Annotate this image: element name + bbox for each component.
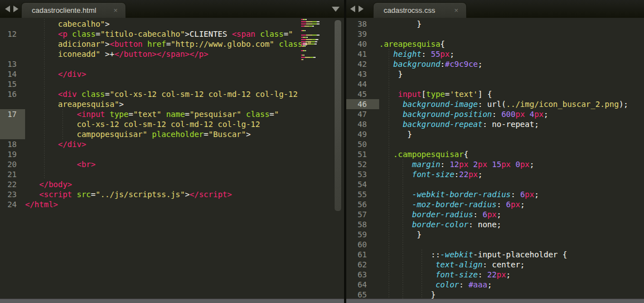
code-line[interactable]: 59} — [346, 229, 644, 240]
code-line[interactable]: 24</html> — [0, 199, 344, 209]
code-line[interactable]: 16<div class="col-xs-12 col-sm-12 col-md… — [0, 89, 344, 99]
line-number: 45 — [346, 89, 379, 99]
tab-scroll-right-icon[interactable] — [359, 6, 364, 12]
code-text: } — [379, 229, 422, 240]
tab-title: cadastrocliente.html — [32, 6, 96, 14]
code-line[interactable]: 19 — [0, 149, 344, 159]
code-line[interactable]: 52margin: 12px 2px 15px 0px; — [346, 159, 644, 169]
line-number: 44 — [346, 79, 379, 89]
code-text: </body> — [25, 179, 72, 189]
code-line[interactable]: 53font-size:22px; — [346, 169, 644, 179]
line-number — [0, 19, 25, 29]
code-line[interactable]: 56-moz-border-radius: 6px; — [346, 199, 644, 209]
tab-overflow-icon[interactable] — [332, 7, 340, 12]
code-line[interactable]: 38} — [346, 19, 644, 29]
code-line[interactable]: 57border-radius: 6px; — [346, 209, 644, 219]
code-line[interactable]: campopesquisar" placeholder="Buscar"> — [0, 129, 344, 139]
line-number: 13 — [0, 59, 25, 69]
code-line[interactable]: 47background-position: 600px 4px; — [346, 109, 644, 119]
tab-scroll-right-icon[interactable] — [13, 6, 18, 12]
code-editor-html[interactable]: cabecalho">12<p class="titulo-cabecalho"… — [0, 18, 344, 299]
code-line[interactable]: 51.campopesquisar{ — [346, 149, 644, 159]
code-line[interactable]: col-xs-12 col-sm-12 col-md-12 col-lg-12 — [0, 119, 344, 129]
code-line[interactable]: iconeadd" >+</button></span></p> — [0, 49, 344, 59]
line-number: 47 — [346, 109, 379, 119]
line-number: 62 — [346, 260, 379, 270]
code-line[interactable]: 46background-image: url(../img/icon_busc… — [346, 99, 644, 109]
line-number: 24 — [0, 199, 25, 209]
code-text: <script src="../js/scriptss.js"></script… — [25, 189, 232, 199]
code-line[interactable]: 20<br> — [0, 159, 344, 169]
minimap-line — [301, 39, 318, 40]
code-line[interactable]: adicionar"><button href="http://www.glob… — [0, 39, 344, 49]
code-line[interactable]: 61::-webkit-input-placeholder { — [346, 250, 644, 260]
code-text: border-color: none; — [379, 219, 501, 229]
line-number: 14 — [0, 69, 25, 79]
line-number: 59 — [346, 229, 379, 240]
tab-scroll-left-icon[interactable] — [5, 6, 10, 12]
code-line[interactable]: 40.areapesquisa{ — [346, 39, 644, 49]
line-number: 49 — [346, 129, 379, 139]
code-line[interactable]: areapesquisa"> — [0, 99, 344, 109]
line-number: 64 — [346, 280, 379, 290]
code-line[interactable]: 50 — [346, 139, 644, 149]
code-line[interactable]: 41height: 55px; — [346, 49, 644, 59]
code-text: background-position: 600px 4px; — [379, 109, 548, 119]
code-line[interactable]: 17<input type="text" name="pesquisar" cl… — [0, 109, 344, 119]
code-text: iconeadd" >+</button></span></p> — [25, 49, 209, 59]
code-line[interactable]: 22</body> — [0, 179, 344, 189]
minimap[interactable] — [301, 19, 319, 61]
horizontal-scrollbar[interactable] — [0, 299, 344, 303]
horizontal-scrollbar[interactable] — [346, 299, 644, 303]
code-line[interactable]: 45input[type='text'] { — [346, 89, 644, 99]
code-line[interactable]: 63font-size: 22px; — [346, 270, 644, 280]
code-text: border-radius: 6px; — [379, 209, 501, 219]
code-line[interactable]: 42background:#c9c9ce; — [346, 59, 644, 69]
code-line[interactable]: 62text-align: center; — [346, 260, 644, 270]
code-text: } — [379, 69, 403, 79]
code-text: col-xs-12 col-sm-12 col-md-12 col-lg-12 — [25, 119, 260, 129]
code-text: areapesquisa"> — [25, 99, 124, 109]
code-editor-css[interactable]: 38}3940.areapesquisa{41height: 55px;42ba… — [346, 18, 644, 299]
code-line[interactable]: 48background-repeat: no-repeat; — [346, 119, 644, 129]
code-line[interactable]: 64color: #aaa; — [346, 280, 644, 290]
code-line[interactable]: cabecalho"> — [0, 19, 344, 29]
code-text: .areapesquisa{ — [379, 39, 445, 49]
code-text: text-align: center; — [379, 260, 525, 270]
code-line[interactable]: 12<p class="titulo-cabecalho">CLIENTES <… — [0, 29, 344, 39]
line-number: 50 — [346, 139, 379, 149]
left-editor-pane: cadastrocliente.html × cabecalho">12<p c… — [0, 0, 344, 303]
code-line[interactable]: 14</div> — [0, 69, 344, 79]
tab-close-icon[interactable]: × — [104, 6, 118, 14]
code-line[interactable]: 60 — [346, 240, 644, 250]
tab-scroll-left-icon[interactable] — [350, 6, 355, 12]
code-line[interactable]: 44 — [346, 79, 644, 89]
code-text: ::-webkit-input-placeholder { — [379, 250, 567, 260]
tab-cadastrocss-css[interactable]: cadastrocss.css × — [373, 2, 467, 18]
right-editor-pane: cadastrocss.css × 38}3940.areapesquisa{4… — [346, 0, 644, 303]
indent-guide — [403, 159, 403, 299]
code-line[interactable]: 58border-color: none; — [346, 219, 644, 229]
line-number: 55 — [346, 189, 379, 199]
code-line[interactable]: 39 — [346, 29, 644, 39]
line-number: 41 — [346, 49, 379, 59]
code-text: campopesquisar" placeholder="Buscar"> — [25, 129, 251, 139]
code-line[interactable]: 18</div> — [0, 139, 344, 149]
line-number: 43 — [346, 69, 379, 79]
code-line[interactable]: 13 — [0, 59, 344, 69]
code-line[interactable]: 54 — [346, 179, 644, 189]
tab-cadastrocliente-html[interactable]: cadastrocliente.html × — [21, 2, 126, 18]
code-line[interactable]: 43} — [346, 69, 644, 79]
code-line[interactable]: 49} — [346, 129, 644, 139]
minimap-line — [301, 23, 319, 25]
minimap-line — [301, 55, 304, 56]
code-line[interactable]: 21 — [0, 169, 344, 179]
minimap-line — [301, 46, 306, 47]
code-line[interactable]: 23<script src="../js/scriptss.js"></scri… — [0, 189, 344, 199]
minimap-line — [301, 26, 314, 27]
code-line[interactable]: 15 — [0, 79, 344, 89]
tab-close-icon[interactable]: × — [445, 6, 458, 14]
code-line[interactable]: 55-webkit-border-radius: 6px; — [346, 189, 644, 199]
vertical-scrollbar[interactable] — [334, 19, 342, 212]
line-number: 16 — [0, 89, 25, 99]
